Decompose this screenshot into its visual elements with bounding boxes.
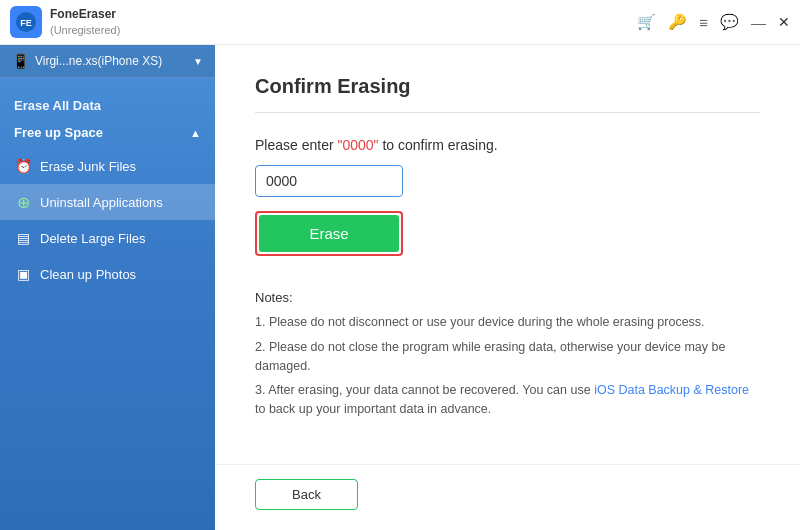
window-controls[interactable]: 🛒 🔑 ≡ 💬 — ✕ xyxy=(637,13,790,31)
sidebar-item-label: Delete Large Files xyxy=(40,231,146,246)
confirm-section: Please enter "0000" to confirm erasing. … xyxy=(255,137,760,419)
sidebar-free-up-space-section[interactable]: Free up Space ▲ xyxy=(0,117,215,148)
app-logo: FE xyxy=(10,6,42,38)
confirm-label: Please enter "0000" to confirm erasing. xyxy=(255,137,760,153)
erase-button[interactable]: Erase xyxy=(259,215,399,252)
sidebar-menu: Erase All Data Free up Space ▲ Erase Jun… xyxy=(0,78,215,302)
content-inner: Confirm Erasing Please enter "0000" to c… xyxy=(215,45,800,464)
sidebar-erase-all-header[interactable]: Erase All Data xyxy=(0,88,215,117)
app-title: FoneEraser (Unregistered) xyxy=(50,7,120,37)
content-area: Confirm Erasing Please enter "0000" to c… xyxy=(215,45,800,530)
erase-button-wrapper: Erase xyxy=(255,211,403,256)
app-branding: FE FoneEraser (Unregistered) xyxy=(10,6,120,38)
phone-icon: 📱 xyxy=(12,53,29,69)
notes-section: Notes: 1. Please do not disconnect or us… xyxy=(255,290,760,419)
confirm-code-input[interactable] xyxy=(255,165,403,197)
back-button-area: Back xyxy=(215,464,800,530)
large-files-icon xyxy=(14,229,32,247)
chevron-down-icon: ▼ xyxy=(193,56,203,67)
back-button[interactable]: Back xyxy=(255,479,358,510)
note-item-3: 3. After erasing, your data cannot be re… xyxy=(255,381,760,419)
uninstall-icon xyxy=(14,193,32,211)
minimize-icon[interactable]: — xyxy=(751,14,766,31)
close-icon[interactable]: ✕ xyxy=(778,14,790,30)
svg-text:FE: FE xyxy=(20,18,32,28)
sidebar-item-label: Erase Junk Files xyxy=(40,159,136,174)
note-item-1: 1. Please do not disconnect or use your … xyxy=(255,313,760,332)
main-layout: 📱 Virgi...ne.xs(iPhone XS) ▼ Erase All D… xyxy=(0,45,800,530)
sidebar-item-uninstall-apps[interactable]: Uninstall Applications xyxy=(0,184,215,220)
notes-title: Notes: xyxy=(255,290,760,305)
sidebar-item-label: Clean up Photos xyxy=(40,267,136,282)
title-bar: FE FoneEraser (Unregistered) 🛒 🔑 ≡ 💬 — ✕ xyxy=(0,0,800,45)
sidebar-item-delete-large[interactable]: Delete Large Files xyxy=(0,220,215,256)
chevron-up-icon: ▲ xyxy=(190,127,201,139)
chat-icon[interactable]: 💬 xyxy=(720,13,739,31)
photos-icon xyxy=(14,265,32,283)
confirm-code: "0000" xyxy=(338,137,379,153)
sidebar-item-erase-junk[interactable]: Erase Junk Files xyxy=(0,148,215,184)
device-selector[interactable]: 📱 Virgi...ne.xs(iPhone XS) ▼ xyxy=(0,45,215,78)
page-title: Confirm Erasing xyxy=(255,75,760,113)
sidebar-item-clean-photos[interactable]: Clean up Photos xyxy=(0,256,215,292)
ios-backup-link[interactable]: iOS Data Backup & Restore xyxy=(594,383,749,397)
junk-icon xyxy=(14,157,32,175)
note-item-2: 2. Please do not close the program while… xyxy=(255,338,760,376)
device-label: Virgi...ne.xs(iPhone XS) xyxy=(35,54,162,68)
cart-icon[interactable]: 🛒 xyxy=(637,13,656,31)
sidebar: 📱 Virgi...ne.xs(iPhone XS) ▼ Erase All D… xyxy=(0,45,215,530)
menu-icon[interactable]: ≡ xyxy=(699,14,708,31)
sidebar-item-label: Uninstall Applications xyxy=(40,195,163,210)
key-icon[interactable]: 🔑 xyxy=(668,13,687,31)
